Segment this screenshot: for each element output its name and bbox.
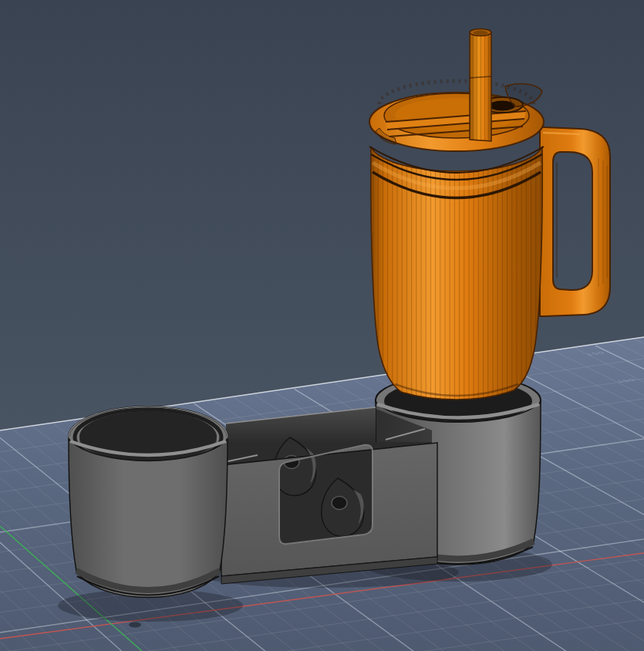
straw-top-opening <box>474 31 488 35</box>
cup-holder-left-cup[interactable] <box>69 406 228 598</box>
cad-app-window: 150 150 <box>0 0 644 651</box>
origin-marker[interactable] <box>129 622 141 628</box>
cup-wall[interactable] <box>69 439 228 598</box>
boss-screw-hole <box>332 497 347 510</box>
cup-holder-connector[interactable] <box>221 407 437 584</box>
cad-viewport[interactable]: 150 150 <box>0 0 644 651</box>
tumbler-straw[interactable] <box>470 29 491 143</box>
tumbler-body[interactable] <box>369 143 544 403</box>
